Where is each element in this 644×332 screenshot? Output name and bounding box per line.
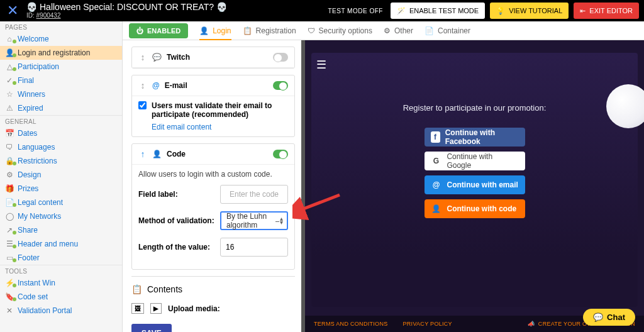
power-icon: ⏻ (136, 27, 143, 35)
clipboard-icon: 📋 (131, 284, 142, 294)
tabs: ⏻ENABLED 👤Login 📋Registration 🛡Security … (123, 21, 644, 40)
validate-email-text: Users must validate their email to parti… (152, 101, 288, 119)
contents-section: 📋 Contents (131, 276, 295, 298)
sidebar-item-login-registration[interactable]: 👤Login and registration (0, 46, 122, 60)
sidebar-item-legal[interactable]: 📄Legal content (0, 196, 122, 209)
tab-security[interactable]: 🛡Security options (308, 21, 372, 40)
continue-google-button[interactable]: GContinue with Google (425, 152, 525, 170)
card-label: Twitch (167, 53, 268, 62)
continue-code-button[interactable]: 👤Continue with code (425, 199, 525, 218)
save-button[interactable]: SAVE (131, 324, 172, 332)
privacy-link[interactable]: PRIVACY POLICY (403, 321, 452, 327)
shield-icon: 🛡 (308, 26, 315, 35)
sidebar-item-winners[interactable]: ☆Winners (0, 87, 122, 101)
promo-id-link[interactable]: #900432 (36, 12, 61, 19)
calendar-icon: 📅 (5, 129, 14, 138)
close-editor-icon[interactable]: ✕ (5, 3, 20, 18)
caret-icon: ▴▾ (280, 217, 283, 224)
sidebar-item-header-menu[interactable]: ☰Header and menu (0, 237, 122, 251)
person-icon: 👤 (152, 150, 162, 158)
config-panel: ↕ 💬 Twitch ↕ @ E-mail (123, 40, 305, 332)
image-icon[interactable]: 🖼 (131, 303, 144, 314)
drag-handle-icon[interactable]: ↕ (138, 52, 147, 62)
enable-test-mode-button[interactable]: 🪄 ENABLE TEST MODE (391, 3, 485, 19)
tab-registration[interactable]: 📋Registration (243, 21, 296, 40)
form-icon: 📋 (243, 26, 252, 35)
warning-icon: ⚠ (5, 104, 14, 113)
length-input[interactable] (220, 238, 288, 257)
sidebar-item-networks[interactable]: ◯My Networks (0, 209, 122, 223)
terms-link[interactable]: TERMS AND CONDITIONS (314, 321, 388, 327)
tab-other[interactable]: ⚙Other (384, 21, 413, 40)
sidebar-item-restrictions[interactable]: 🔒Restrictions (0, 154, 122, 168)
card-label: Code (167, 150, 268, 158)
method-validation-label: Method of validation: (138, 216, 220, 225)
drag-handle-icon[interactable]: ↑ (138, 149, 147, 159)
sidebar-section-tools: TOOLS (0, 265, 122, 276)
email-icon: @ (431, 179, 442, 191)
toggle-code[interactable] (273, 150, 288, 158)
palette-icon: ⚙ (5, 170, 14, 179)
select-value: By the Luhn algorithm (226, 212, 273, 230)
moon-graphic (606, 84, 644, 128)
sidebar-item-participation[interactable]: △Participation (0, 60, 122, 74)
card-label: E-mail (165, 81, 268, 90)
sidebar-item-share[interactable]: ↗Share (0, 223, 122, 237)
toggle-twitch[interactable] (273, 53, 288, 62)
sidebar-item-footer[interactable]: ▭Footer (0, 251, 122, 265)
sidebar-section-general: GENERAL (0, 115, 122, 126)
continue-facebook-button[interactable]: fContinue with Facebook (425, 128, 525, 147)
length-label: Length of the value: (138, 243, 220, 252)
code-description: Allow users to login with a custom code. (138, 170, 288, 179)
preview-panel: ☰ Register to participate in our promoti… (305, 40, 644, 332)
toggle-email[interactable] (273, 81, 288, 90)
sidebar-item-welcome[interactable]: ⌂Welcome (0, 32, 122, 46)
tab-container[interactable]: 📄Container (425, 21, 470, 40)
page-title: 💀 Halloween Special: DISCOUNT OR TREAT? … (26, 3, 227, 12)
twitch-icon: 💬 (152, 53, 162, 62)
continue-email-button[interactable]: @Continue with email (425, 175, 525, 194)
globe-icon: 🗨 (5, 143, 14, 152)
sidebar-item-dates[interactable]: 📅Dates (0, 126, 122, 140)
hamburger-icon[interactable]: ☰ (316, 58, 326, 72)
network-icon: ◯ (5, 212, 14, 221)
sidebar-item-prizes[interactable]: 🎁Prizes (0, 182, 122, 196)
sidebar-item-design[interactable]: ⚙Design (0, 168, 122, 182)
register-title: Register to participate in our promotion… (403, 103, 547, 113)
field-label-input[interactable] (220, 185, 288, 204)
gift-icon: 🎁 (5, 184, 14, 193)
sidebar-item-final[interactable]: ✓Final (0, 74, 122, 87)
checkbox-validate-email[interactable] (138, 101, 147, 109)
method-validation-select[interactable]: By the Luhn algorithm ▴▾ (220, 211, 288, 230)
page-icon: 📄 (425, 26, 434, 35)
test-mode-status: TEST MODE OFF (328, 8, 382, 14)
sidebar-item-languages[interactable]: 🗨Languages (0, 140, 122, 154)
star-icon: ☆ (5, 90, 14, 99)
tab-enabled-toggle[interactable]: ⏻ENABLED (129, 23, 188, 38)
chat-icon: 💬 (593, 313, 603, 322)
user-icon: 👤 (199, 26, 209, 35)
sidebar-item-code-set[interactable]: 🔖Code set (0, 290, 122, 304)
login-method-twitch: ↕ 💬 Twitch (131, 47, 295, 69)
video-icon[interactable]: ▶ (150, 303, 162, 314)
promo-id: ID: #900432 (26, 12, 227, 19)
sidebar-item-validation-portal[interactable]: ✕Validation Portal (0, 304, 122, 318)
exit-editor-button[interactable]: ⇤ EXIT EDITOR (574, 3, 639, 19)
chat-button[interactable]: 💬Chat (583, 309, 635, 326)
google-icon: G (431, 155, 442, 167)
view-tutorial-button[interactable]: 💡 VIEW TUTORIAL (490, 3, 569, 19)
skull-icon: 💀 (216, 3, 227, 12)
upload-media-row: 🖼 ▶ Upload media: (131, 298, 295, 319)
sidebar-item-expired[interactable]: ⚠Expired (0, 101, 122, 115)
edit-email-content-link[interactable]: Edit email content (152, 123, 211, 131)
tab-login[interactable]: 👤Login (199, 21, 231, 40)
sidebar-section-pages: PAGES (0, 21, 122, 32)
login-method-code: ↑ 👤 Code Allow users to login with a cus… (131, 143, 295, 270)
sidebar-item-instant-win[interactable]: ⚡Instant Win (0, 276, 122, 290)
validation-icon: ✕ (5, 306, 14, 315)
exit-icon: ⇤ (580, 7, 586, 15)
drag-handle-icon[interactable]: ↕ (138, 80, 147, 91)
code-icon: 👤 (431, 203, 442, 214)
login-method-email: ↕ @ E-mail Users must validate their ema… (131, 75, 295, 137)
megaphone-icon: 📣 (528, 321, 535, 327)
